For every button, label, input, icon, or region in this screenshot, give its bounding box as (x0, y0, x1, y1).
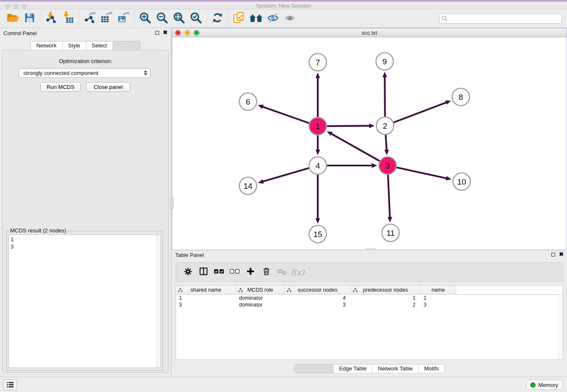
network-canvas[interactable]: 7968124314101511 (172, 37, 567, 250)
table-row-2[interactable]: 3dominator323 (176, 301, 563, 308)
edge-4-3[interactable] (327, 163, 377, 168)
node-7[interactable]: 7 (309, 54, 327, 71)
cell-name[interactable]: 1 (421, 295, 456, 301)
zoom-fit-button[interactable] (171, 11, 187, 26)
cell-predecessor-nodes[interactable]: 1 (351, 295, 421, 301)
tab-select[interactable]: Select (86, 41, 113, 50)
visibility-off-icon (267, 12, 279, 25)
zoom-out-button[interactable] (154, 11, 171, 26)
tab-network-table[interactable]: Network Table (372, 364, 418, 373)
node-11[interactable]: 11 (382, 224, 399, 242)
open-file-icon (6, 12, 19, 25)
edge-2-8[interactable] (394, 100, 451, 122)
close-panel-icon[interactable]: ✖ (163, 30, 168, 35)
float-table-panel-icon[interactable] (551, 253, 555, 257)
edge-3-1[interactable] (327, 131, 380, 161)
import-table-button[interactable] (60, 11, 77, 26)
save-session-button[interactable] (21, 11, 38, 26)
table-scrollbar[interactable] (558, 295, 563, 359)
edge-4-15[interactable] (316, 175, 320, 224)
tab-network[interactable]: Network (31, 41, 63, 50)
column-header-name[interactable]: name (421, 286, 456, 294)
svg-text:15: 15 (313, 230, 322, 239)
node-2[interactable]: 2 (377, 117, 394, 135)
tab-edge-table[interactable]: Edge Table (333, 364, 372, 373)
network-window-titlebar[interactable]: × − + scc.txt (172, 28, 567, 37)
network-graph[interactable]: 7968124314101511 (172, 37, 567, 250)
svg-text:10: 10 (457, 177, 466, 186)
edge-1-2[interactable] (327, 124, 374, 128)
node-4[interactable]: 4 (309, 157, 327, 174)
close-table-panel-icon[interactable]: ✖ (559, 252, 564, 257)
node-15[interactable]: 15 (309, 226, 327, 243)
cell-mcds-role[interactable]: dominator (236, 301, 285, 308)
vertical-splitter-handle[interactable] (171, 198, 173, 209)
table-panel: Table Panel ✖ f(x) shared nameMCDS roles… (172, 250, 567, 377)
select-all-button[interactable] (213, 266, 225, 279)
run-mcds-button[interactable]: Run MCDS (40, 82, 81, 92)
node-10[interactable]: 10 (453, 173, 471, 190)
cell-shared-name[interactable]: 3 (176, 301, 236, 308)
export-table-button[interactable] (98, 11, 115, 26)
clone-network-button[interactable] (231, 11, 248, 26)
cell-mcds-role[interactable]: dominator (236, 295, 285, 301)
add-column-button[interactable] (245, 266, 256, 279)
edge-2-9[interactable] (383, 72, 387, 116)
cell-successor-nodes[interactable]: 3 (285, 301, 351, 308)
cell-shared-name[interactable]: 1 (176, 295, 236, 301)
deselect-all-button[interactable] (229, 266, 241, 279)
cell-name[interactable]: 3 (421, 301, 456, 308)
float-panel-icon[interactable] (155, 31, 159, 35)
search-input[interactable] (439, 14, 562, 24)
node-6[interactable]: 6 (239, 93, 257, 110)
edge-1-4[interactable] (316, 135, 320, 155)
node-14[interactable]: 14 (239, 177, 257, 195)
zoom-selected-button[interactable] (187, 11, 204, 26)
memory-button[interactable]: Memory (526, 380, 563, 390)
column-header-successor-nodes[interactable]: successor nodes (285, 286, 351, 294)
tab-style[interactable]: Style (63, 41, 86, 50)
edge-4-14[interactable] (258, 168, 309, 184)
cell-successor-nodes[interactable]: 4 (285, 295, 351, 301)
panel-menu-button[interactable] (3, 379, 17, 390)
node-3[interactable]: 3 (379, 157, 396, 174)
node-1[interactable]: 1 (309, 118, 327, 135)
edge-1-7[interactable] (316, 73, 320, 117)
table-row-1[interactable]: 1dominator411 (176, 295, 563, 301)
toolbar-separator (40, 11, 41, 27)
list-icon (6, 381, 14, 388)
edge-2-3[interactable] (384, 135, 389, 155)
column-header-shared-name[interactable]: shared name (176, 286, 236, 294)
visibility-off-button[interactable] (264, 11, 281, 26)
mcds-result-groupbox: MCDS result (2 nodes) 1 3 (6, 231, 163, 371)
open-file-button[interactable] (4, 11, 21, 26)
tab-motifs[interactable]: Motifs (418, 364, 444, 373)
export-image-button[interactable] (115, 11, 132, 26)
zoom-in-button[interactable] (137, 11, 154, 26)
column-hierarchy-icon (287, 288, 292, 293)
table-header-row: shared nameMCDS rolesuccessor nodesprede… (176, 286, 563, 295)
optimization-criterion-select[interactable]: strongly connected component (19, 68, 151, 78)
tab-node-table[interactable]: Node Table (295, 364, 334, 373)
gear-button[interactable] (182, 266, 194, 279)
node-8[interactable]: 8 (452, 88, 470, 106)
column-header-predecessor-nodes[interactable]: predecessor nodes (351, 286, 421, 294)
gear-icon (184, 267, 193, 278)
status-bar: Memory (0, 377, 567, 392)
import-network-button[interactable] (43, 11, 60, 26)
cell-predecessor-nodes[interactable]: 2 (351, 301, 421, 308)
export-network-button[interactable] (81, 11, 98, 26)
edge-3-11[interactable] (388, 174, 392, 222)
columns-button[interactable] (198, 266, 209, 279)
close-panel-button[interactable]: Close panel (86, 82, 130, 92)
node-9[interactable]: 9 (376, 53, 394, 70)
column-header-mcds-role[interactable]: MCDS role (236, 286, 285, 294)
edge-1-6[interactable] (258, 105, 309, 123)
result-scrollbar[interactable] (156, 235, 160, 367)
mcds-result-textarea[interactable]: 1 3 (8, 235, 161, 368)
refresh-button[interactable] (209, 11, 226, 26)
home-button[interactable] (248, 11, 264, 26)
tab-mcds[interactable]: MCDS (113, 41, 140, 50)
delete-column-button[interactable] (260, 266, 272, 279)
edge-3-10[interactable] (396, 168, 451, 181)
